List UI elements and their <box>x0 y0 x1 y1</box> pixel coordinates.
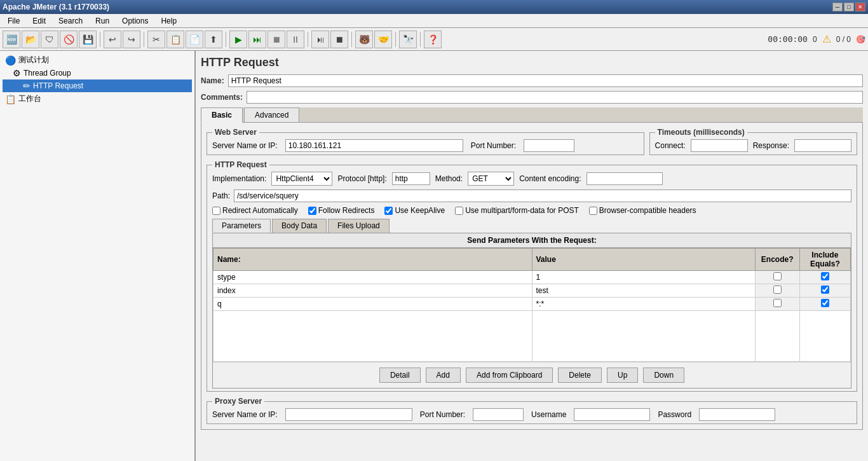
row2-value[interactable]: test <box>532 284 755 298</box>
browser-headers-item: Browser-compatible headers <box>589 206 696 215</box>
tree-item-http-request[interactable]: ✏ HTTP Request <box>3 79 192 92</box>
inner-tab-parameters[interactable]: Parameters <box>212 219 271 233</box>
browser-headers-checkbox[interactable] <box>589 207 597 215</box>
menu-file[interactable]: File <box>3 15 25 27</box>
response-input[interactable] <box>794 139 851 152</box>
close-button[interactable]: ✕ <box>855 3 865 11</box>
row2-include-checkbox[interactable] <box>821 286 829 294</box>
proxy-username-input[interactable] <box>574 408 650 421</box>
tree-item-thread-group[interactable]: ⚙ Thread Group <box>3 67 192 79</box>
connect-label: Connect: <box>655 141 686 150</box>
comments-row: Comments: <box>201 91 863 104</box>
menu-options[interactable]: Options <box>117 15 153 27</box>
save-as-button[interactable]: 🛡 <box>41 31 58 48</box>
row3-encode-checkbox[interactable] <box>773 299 782 307</box>
comments-input[interactable] <box>247 91 863 104</box>
row3-value[interactable]: *:* <box>532 298 755 311</box>
parameters-header: Send Parameters With the Request: <box>213 233 851 248</box>
redo-button[interactable]: ↪ <box>123 31 140 48</box>
delete-button[interactable]: Delete <box>558 368 602 383</box>
use-multipart-item: Use multipart/form-data for POST <box>455 206 579 215</box>
maximize-button[interactable]: □ <box>844 3 854 11</box>
name-input[interactable] <box>228 74 863 87</box>
menu-help[interactable]: Help <box>156 15 182 27</box>
copy-button[interactable]: 📋 <box>166 31 184 48</box>
clear-button[interactable]: 🐻 <box>355 31 373 48</box>
search-button[interactable]: 🤝 <box>374 31 392 48</box>
inner-tab-files-upload[interactable]: Files Upload <box>328 219 390 233</box>
help-button[interactable]: ❓ <box>424 31 442 48</box>
connect-input[interactable] <box>691 139 748 152</box>
minimize-button[interactable]: ─ <box>832 3 843 11</box>
proxy-port-input[interactable] <box>473 408 524 421</box>
add-button[interactable]: Add <box>426 368 461 383</box>
save-button[interactable]: 💾 <box>79 31 97 48</box>
detail-button[interactable]: Detail <box>379 368 421 383</box>
down-button[interactable]: Down <box>643 368 684 383</box>
expand-button[interactable]: ⬆ <box>205 31 222 48</box>
new-button[interactable]: 🆕 <box>3 31 20 48</box>
menu-search[interactable]: Search <box>53 15 88 27</box>
start-button[interactable]: ▶ <box>229 31 247 48</box>
parameters-table: Name: Value Encode? Include Equals? styp… <box>213 248 851 362</box>
revert-button[interactable]: ↩ <box>104 31 121 48</box>
remote-stop-button[interactable]: ⏹ <box>330 31 348 48</box>
row2-name[interactable]: index <box>214 284 532 298</box>
method-select[interactable]: GET POST PUT DELETE HEAD <box>468 172 514 186</box>
row3-include-checkbox[interactable] <box>821 299 829 307</box>
protocol-input[interactable] <box>392 172 430 185</box>
tree-item-test-plan[interactable]: 🔵 测试计划 <box>3 53 192 67</box>
browse-button[interactable]: 🔭 <box>399 31 417 48</box>
checkboxes-row: Redirect Automatically Follow Redirects … <box>212 206 851 215</box>
inner-tab-body-data[interactable]: Body Data <box>272 219 327 233</box>
server-name-input[interactable] <box>285 139 463 152</box>
stop-button[interactable]: ⏹ <box>268 31 285 48</box>
port-input[interactable] <box>524 139 574 152</box>
up-button[interactable]: Up <box>607 368 638 383</box>
port-label: Port Number: <box>471 141 516 150</box>
add-from-clipboard-button[interactable]: Add from Clipboard <box>466 368 553 383</box>
paste-button[interactable]: 📄 <box>186 31 203 48</box>
use-keepalive-checkbox[interactable] <box>384 207 393 215</box>
timeouts-legend: Timeouts (milliseconds) <box>655 128 747 137</box>
use-multipart-checkbox[interactable] <box>455 207 463 215</box>
row1-name[interactable]: stype <box>214 271 532 284</box>
proxy-port-label: Port Number: <box>420 410 465 419</box>
follow-redirects-checkbox[interactable] <box>308 207 316 215</box>
use-keepalive-item: Use KeepAlive <box>384 206 445 215</box>
redirect-automatically-checkbox[interactable] <box>212 207 220 215</box>
open-button[interactable]: 📂 <box>22 31 39 48</box>
path-input[interactable] <box>234 189 851 202</box>
cut-button[interactable]: ✂ <box>147 31 165 48</box>
row2-include <box>799 284 850 298</box>
test-plan-icon: 🔵 <box>5 55 16 65</box>
row1-value[interactable]: 1 <box>532 271 755 284</box>
table-row: index test <box>214 284 851 298</box>
tab-advanced[interactable]: Advanced <box>244 107 299 122</box>
tab-basic[interactable]: Basic <box>201 107 243 123</box>
menu-bar: File Edit Search Run Options Help <box>0 14 868 28</box>
tree-item-workbench[interactable]: 📋 工作台 <box>3 92 192 106</box>
start-no-pause-button[interactable]: ⏭ <box>248 31 266 48</box>
path-label: Path: <box>212 191 230 200</box>
separator-2 <box>144 32 144 47</box>
content-encoding-input[interactable] <box>587 172 663 185</box>
row2-encode-checkbox[interactable] <box>773 286 782 294</box>
implementation-select[interactable]: HttpClient4 HttpClient3.1 Java <box>271 172 332 186</box>
path-row: Path: <box>212 189 851 202</box>
shutdown-button[interactable]: ⏸ <box>287 31 304 48</box>
row1-encode-checkbox[interactable] <box>773 272 782 280</box>
table-row: q *:* <box>214 298 851 311</box>
menu-edit[interactable]: Edit <box>27 15 51 27</box>
col-value-header: Value <box>532 249 755 271</box>
proxy-server-name-input[interactable] <box>285 408 412 421</box>
row1-include-checkbox[interactable] <box>821 272 829 280</box>
proxy-password-input[interactable] <box>699 408 775 421</box>
separator-3 <box>226 32 226 47</box>
remote-start-button[interactable]: ⏯ <box>311 31 329 48</box>
error-button[interactable]: 🚫 <box>60 31 78 48</box>
buttons-row: Detail Add Add from Clipboard Delete Up … <box>213 362 851 388</box>
menu-run[interactable]: Run <box>90 15 114 27</box>
error-count: 0 <box>813 35 817 44</box>
row3-name[interactable]: q <box>214 298 532 311</box>
